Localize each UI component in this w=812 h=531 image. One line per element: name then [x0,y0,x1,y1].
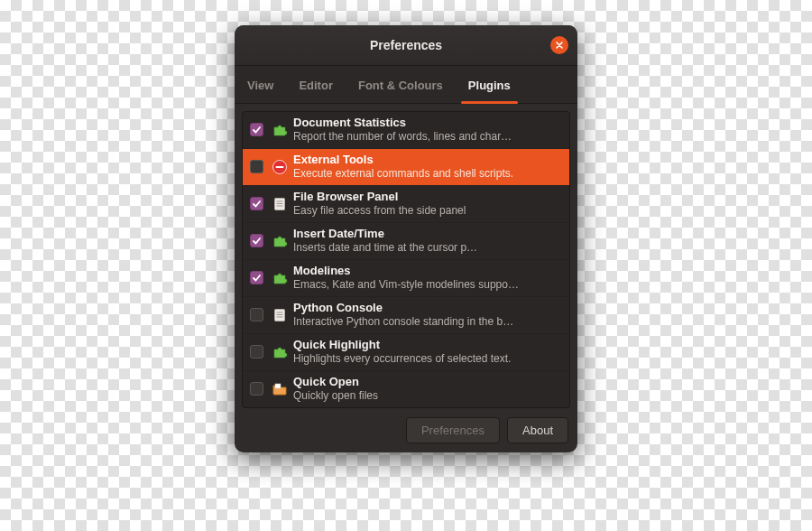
preferences-window: Preferences View Editor Font & Colours P… [235,25,577,452]
plugin-row-file-browser[interactable]: File Browser PanelEasy file access from … [243,185,569,222]
plugin-description: Inserts date and time at the cursor p… [293,241,564,255]
plugin-checkbox-modelines[interactable] [250,271,264,285]
plugin-checkbox-file-browser[interactable] [250,197,264,211]
plugin-text: Python ConsoleInteractive Python console… [293,301,564,329]
plugins-pane: Document StatisticsReport the number of … [235,104,577,452]
plugin-title: Document Statistics [293,116,564,130]
plugin-row-external-tools[interactable]: External ToolsExecute external commands … [243,148,569,185]
plugin-description: Interactive Python console standing in t… [293,315,564,329]
doc-icon [272,196,288,212]
plugin-text: File Browser PanelEasy file access from … [293,190,564,218]
plugin-text: Quick HighlightHighlights every occurren… [293,338,564,366]
plugin-about-button[interactable]: About [507,417,568,443]
plugin-title: Python Console [293,301,564,315]
puzzle-icon [272,344,288,360]
plugin-text: Insert Date/TimeInserts date and time at… [293,227,564,255]
tab-bar: View Editor Font & Colours Plugins [235,66,577,104]
plugin-checkbox-quick-open[interactable] [250,382,264,396]
svg-rect-1 [276,166,284,168]
puzzle-icon [272,122,288,138]
plugin-description: Highlights every occurrences of selected… [293,352,564,366]
plugin-description: Execute external commands and shell scri… [293,167,564,181]
tab-plugins[interactable]: Plugins [456,66,523,103]
plugin-description: Emacs, Kate and Vim-style modelines supp… [293,278,564,292]
plugin-row-python-console[interactable]: Python ConsoleInteractive Python console… [243,296,569,333]
plugin-row-quick-open[interactable]: Quick OpenQuickly open files [243,370,569,407]
tab-view[interactable]: View [235,66,286,103]
plugin-list: Document StatisticsReport the number of … [242,111,570,408]
titlebar: Preferences [235,25,577,66]
plugin-description: Easy file access from the side panel [293,204,564,218]
plugin-checkbox-doc-stats[interactable] [250,123,264,137]
plugin-title: Modelines [293,264,564,278]
close-icon [555,41,564,50]
plugin-text: Quick OpenQuickly open files [293,375,564,403]
plugin-text: Document StatisticsReport the number of … [293,116,564,144]
window-title: Preferences [370,38,442,52]
svg-rect-10 [275,384,281,388]
plugin-description: Report the number of words, lines and ch… [293,130,564,144]
plugin-row-doc-stats[interactable]: Document StatisticsReport the number of … [243,112,569,148]
plugin-title: Quick Open [293,375,564,389]
error-icon [272,159,288,175]
plugin-title: Quick Highlight [293,338,564,352]
plugin-title: External Tools [293,153,564,167]
plugin-row-insert-date[interactable]: Insert Date/TimeInserts date and time at… [243,222,569,259]
plugin-checkbox-quick-highlight[interactable] [250,345,264,359]
tab-font-colours[interactable]: Font & Colours [346,66,456,103]
plugin-text: External ToolsExecute external commands … [293,153,564,181]
plugin-title: File Browser Panel [293,190,564,204]
plugin-preferences-button[interactable]: Preferences [406,417,500,443]
puzzle-icon [272,270,288,286]
plugin-row-quick-highlight[interactable]: Quick HighlightHighlights every occurren… [243,333,569,370]
plugin-checkbox-python-console[interactable] [250,308,264,322]
plugin-text: ModelinesEmacs, Kate and Vim-style model… [293,264,564,292]
folder-icon [272,381,288,397]
plugin-row-modelines[interactable]: ModelinesEmacs, Kate and Vim-style model… [243,259,569,296]
puzzle-icon [272,233,288,249]
plugin-button-row: Preferences About [242,408,570,445]
doc-icon [272,307,288,323]
plugin-description: Quickly open files [293,389,564,403]
plugin-checkbox-insert-date[interactable] [250,234,264,248]
tab-editor[interactable]: Editor [286,66,346,103]
plugin-title: Insert Date/Time [293,227,564,241]
plugin-checkbox-external-tools[interactable] [250,160,264,174]
close-button[interactable] [550,36,568,54]
